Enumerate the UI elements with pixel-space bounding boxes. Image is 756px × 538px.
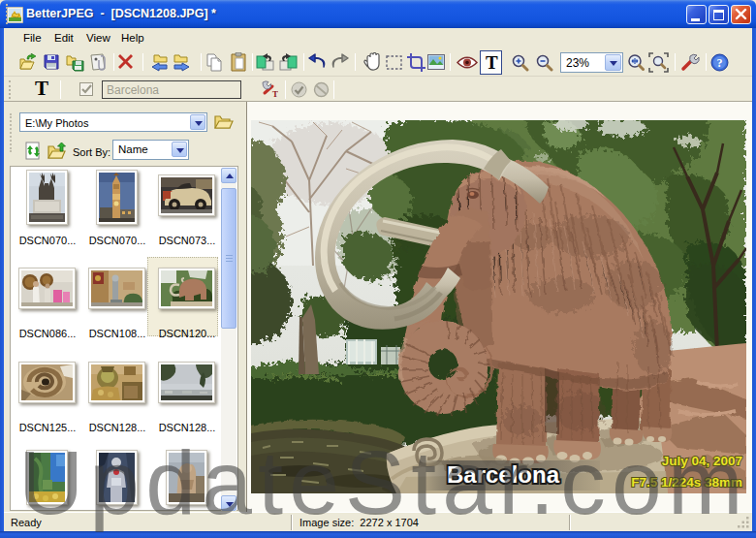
svg-text:T: T bbox=[272, 89, 278, 99]
svg-text:?: ? bbox=[717, 56, 723, 70]
